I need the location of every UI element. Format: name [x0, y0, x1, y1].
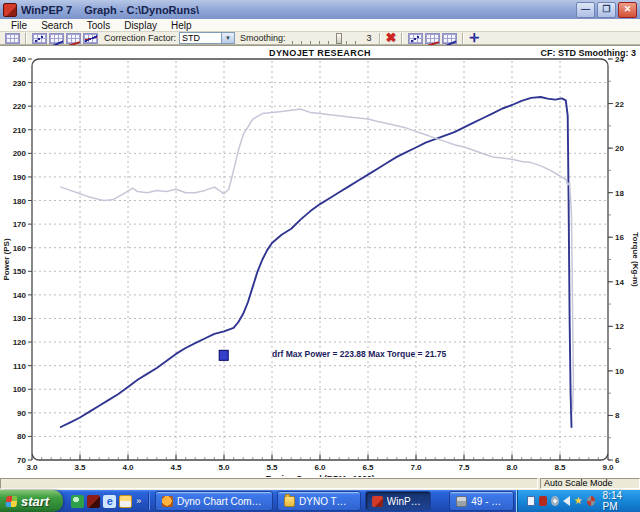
- toolbar-separator: [379, 33, 381, 44]
- toolbar-separator: [25, 33, 27, 44]
- internet-explorer-icon[interactable]: e: [103, 495, 116, 508]
- zoom-graph-icon: [408, 33, 423, 44]
- svg-text:7.5: 7.5: [458, 463, 470, 472]
- svg-text:90: 90: [17, 409, 26, 418]
- minimize-button[interactable]: —: [576, 2, 595, 18]
- refresh-graph-button[interactable]: [425, 32, 440, 45]
- toolbar-separator: [401, 33, 403, 44]
- quick-launch-overflow-chevron[interactable]: »: [136, 496, 141, 506]
- settings-tray-icon[interactable]: [587, 496, 595, 506]
- show-desktop-icon[interactable]: [119, 495, 132, 508]
- pan-cross-icon: ✛: [469, 32, 479, 44]
- taskbar: start e » Dyno Chart Comparis... DYNO TO…: [0, 490, 640, 512]
- smoothing-slider[interactable]: [292, 33, 364, 44]
- taskbar-separator: [148, 492, 150, 510]
- menu-display[interactable]: Display: [117, 20, 164, 31]
- svg-text:22: 22: [615, 100, 624, 109]
- start-button[interactable]: start: [0, 490, 63, 512]
- zoom-graph-button[interactable]: [408, 32, 423, 45]
- plot-line-icon: [49, 33, 64, 44]
- svg-text:10: 10: [615, 367, 624, 376]
- export-graph-icon: [442, 33, 457, 44]
- antivirus-tray-icon[interactable]: [539, 496, 547, 506]
- status-cell-empty: [0, 478, 538, 489]
- svg-text:8: 8: [615, 411, 620, 420]
- task-button-winpep[interactable]: WinPEP 7: [365, 491, 432, 511]
- svg-text:140: 140: [13, 291, 27, 300]
- update-tray-icon[interactable]: [527, 496, 535, 506]
- plot-points-icon: [32, 33, 47, 44]
- plot-compare-button[interactable]: [83, 32, 98, 45]
- svg-text:16: 16: [615, 233, 624, 242]
- svg-text:6.0: 6.0: [314, 463, 326, 472]
- svg-text:170: 170: [13, 220, 27, 229]
- plot-overlay-icon: [66, 33, 81, 44]
- correction-factor-label: Correction Factor:: [104, 33, 176, 43]
- svg-text:130: 130: [13, 314, 27, 323]
- toolbar-separator: [462, 33, 464, 44]
- svg-text:5.0: 5.0: [218, 463, 230, 472]
- media-player-icon[interactable]: [87, 495, 100, 508]
- correction-factor-select[interactable]: STD ▼: [179, 32, 235, 44]
- svg-text:7.0: 7.0: [410, 463, 422, 472]
- correction-factor-value: STD: [180, 33, 200, 43]
- svg-text:120: 120: [13, 338, 27, 347]
- svg-text:100: 100: [13, 385, 27, 394]
- menu-help[interactable]: Help: [164, 20, 199, 31]
- plot-points-button[interactable]: [32, 32, 47, 45]
- svg-text:240: 240: [13, 55, 27, 64]
- menu-tools[interactable]: Tools: [80, 20, 117, 31]
- svg-text:14: 14: [615, 278, 624, 287]
- delete-run-button[interactable]: ✖: [386, 32, 397, 45]
- smoothing-slider-handle[interactable]: [336, 33, 342, 44]
- task-button-paint[interactable]: 49 - Paint: [449, 491, 513, 511]
- restore-button[interactable]: ❐: [597, 2, 616, 18]
- start-label: start: [21, 494, 49, 509]
- smoothing-label: Smoothing:: [240, 33, 286, 43]
- svg-text:110: 110: [13, 362, 26, 371]
- export-graph-button[interactable]: [442, 32, 457, 45]
- svg-text:6: 6: [615, 456, 620, 465]
- system-tray: ★ 8:14 PM: [516, 490, 640, 512]
- svg-text:70: 70: [17, 456, 26, 465]
- plot-line-button[interactable]: [49, 32, 64, 45]
- chevron-down-icon[interactable]: ▼: [221, 33, 234, 43]
- plot-overlay-button[interactable]: [66, 32, 81, 45]
- task-button-dyno-chart[interactable]: Dyno Chart Comparis...: [155, 491, 273, 511]
- task-label: Dyno Chart Comparis...: [177, 496, 266, 507]
- svg-text:150: 150: [13, 267, 27, 276]
- svg-text:4.5: 4.5: [170, 463, 182, 472]
- smoothing-value: 3: [367, 33, 372, 43]
- messenger-icon[interactable]: [71, 495, 84, 508]
- plot-compare-icon: [83, 33, 98, 44]
- svg-text:160: 160: [13, 244, 27, 253]
- close-button[interactable]: ✕: [618, 2, 637, 18]
- svg-text:220: 220: [13, 102, 27, 111]
- svg-text:3.5: 3.5: [74, 463, 86, 472]
- menu-search[interactable]: Search: [34, 20, 80, 31]
- folder-icon: [284, 496, 295, 507]
- menu-file[interactable]: File: [4, 20, 34, 31]
- winpep-app-icon: [3, 3, 17, 17]
- scale-mode-status: Auto Scale Mode: [540, 478, 640, 489]
- svg-text:200: 200: [13, 149, 27, 158]
- volume-tray-icon[interactable]: [563, 496, 570, 506]
- task-label: WinPEP 7: [387, 496, 425, 507]
- delete-x-icon: ✖: [386, 32, 397, 44]
- svg-text:18: 18: [615, 189, 624, 198]
- graph-grid-button[interactable]: [5, 32, 20, 45]
- refresh-graph-icon: [425, 33, 440, 44]
- task-button-dyno-tools[interactable]: DYNO TOOLS: [277, 491, 361, 511]
- disc-tray-icon[interactable]: [551, 496, 559, 506]
- svg-text:210: 210: [13, 126, 27, 135]
- chart-panel: DYNOJET RESEARCH CF: STD Smoothing: 3 3.…: [0, 45, 640, 478]
- svg-text:Power (PS): Power (PS): [2, 238, 11, 281]
- star-tray-icon[interactable]: ★: [574, 496, 583, 506]
- title-bar[interactable]: WinPEP 7 Graph - C:\DynoRuns\ — ❐ ✕: [0, 0, 640, 19]
- winpep-icon: [372, 496, 383, 507]
- pan-graph-button[interactable]: ✛: [469, 32, 479, 45]
- dyno-chart-icon: [162, 496, 173, 507]
- status-bar: Auto Scale Mode: [0, 477, 640, 490]
- task-label: 49 - Paint: [471, 496, 506, 507]
- svg-text:230: 230: [13, 79, 27, 88]
